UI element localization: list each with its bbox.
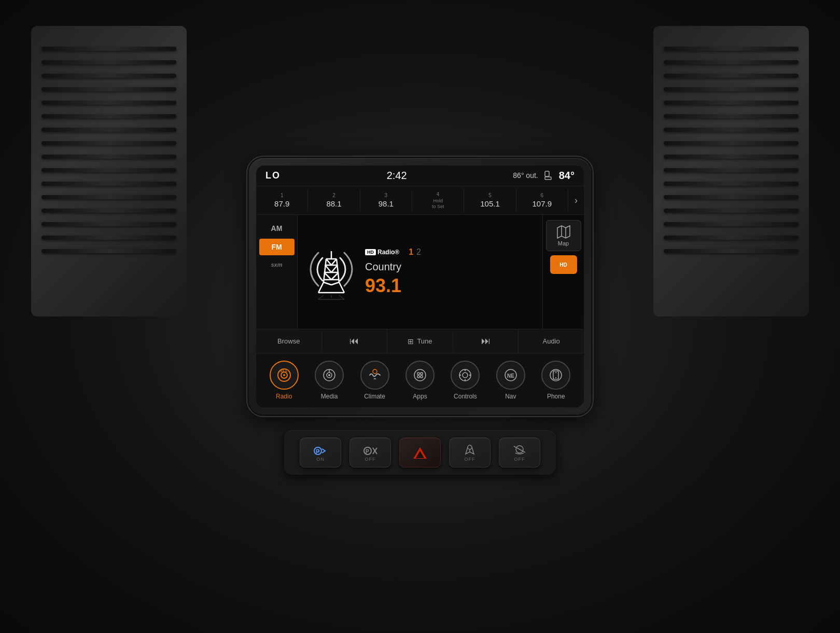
svg-line-12 [331, 265, 338, 272]
forward-button[interactable]: ⏭ [453, 329, 519, 353]
assist-off-button[interactable]: OFF [499, 437, 540, 467]
svg-line-5 [337, 259, 339, 282]
seat-icon [543, 170, 554, 181]
svg-rect-1 [545, 177, 551, 180]
browse-button[interactable]: Browse [256, 331, 322, 351]
svg-line-14 [331, 272, 339, 280]
tune-button[interactable]: ⊞ Tune [387, 331, 453, 352]
parking-on-icon: P [313, 444, 328, 455]
nav-media[interactable]: Media [315, 361, 344, 400]
parking-off-icon: P [362, 444, 378, 455]
phone-icon [548, 367, 564, 383]
assist-icon [511, 444, 528, 455]
outside-temp: 86° out. [513, 171, 538, 180]
nav-phone[interactable]: Phone [541, 361, 570, 400]
nav-climate-circle [360, 361, 389, 390]
svg-point-41 [459, 369, 471, 381]
radio-icon: 93.1 [276, 367, 292, 383]
left-vent [31, 26, 187, 316]
status-time: 2:42 [387, 170, 407, 182]
seatbelt-off-button[interactable]: OFF [449, 437, 491, 467]
preset-bar: 1 87.9 2 88.1 3 98.1 4 Holdto Set [256, 186, 584, 215]
nav-phone-circle [541, 361, 570, 390]
radio-display: HD Radio® 1 2 Country 93.1 [298, 215, 542, 329]
preset-3[interactable]: 3 98.1 [360, 189, 412, 211]
seatbelt-icon [463, 444, 477, 455]
sxm-button[interactable]: sxm [259, 257, 295, 272]
svg-line-9 [326, 259, 331, 265]
svg-rect-37 [417, 373, 419, 375]
preset-2[interactable]: 2 88.1 [308, 189, 360, 211]
center-console: LO 2:42 86° out. 84° 1 [249, 158, 591, 475]
map-button[interactable]: Map [546, 220, 581, 251]
nav-nav-label: Nav [505, 393, 516, 400]
nav-nav-circle: NE [496, 361, 525, 390]
nav-apps-circle [405, 361, 435, 390]
svg-line-16 [339, 282, 344, 293]
hd-badge: HD [365, 249, 376, 255]
svg-rect-0 [545, 171, 549, 176]
nav-apps-label: Apps [413, 393, 427, 400]
nav-radio-label: Radio [276, 393, 292, 400]
parking-on-button[interactable]: P ON [300, 437, 341, 467]
seatbelt-off-label: OFF [465, 457, 475, 462]
screen-bezel: LO 2:42 86° out. 84° 1 [249, 158, 591, 415]
svg-line-13 [324, 272, 331, 280]
hazard-button[interactable] [399, 437, 441, 467]
svg-text:P: P [366, 449, 369, 455]
genre-label: Country [365, 261, 532, 273]
parking-off-button[interactable]: P OFF [349, 437, 391, 467]
svg-text:93.1: 93.1 [280, 369, 287, 373]
rewind-button[interactable]: ⏮ [322, 329, 388, 353]
nav-controls[interactable]: Controls [451, 361, 480, 400]
nav-radio[interactable]: 93.1 Radio [270, 361, 299, 400]
nav-radio-circle: 93.1 [270, 361, 299, 390]
preset-1[interactable]: 1 87.9 [256, 189, 308, 211]
preset-4[interactable]: 4 Holdto Set [412, 188, 464, 213]
nav-phone-label: Phone [547, 393, 565, 400]
dashboard-background: LO 2:42 86° out. 84° 1 [0, 0, 840, 633]
hd-radio-label: HD Radio® 1 2 [365, 247, 532, 257]
station-info: HD Radio® 1 2 Country 93.1 [365, 247, 532, 297]
map-label: Map [558, 240, 569, 246]
nav-apps[interactable]: Apps [405, 361, 435, 400]
status-bar: LO 2:42 86° out. 84° [256, 166, 584, 186]
hd-text: Radio® [377, 249, 399, 256]
svg-point-36 [414, 369, 426, 381]
right-sidebar: Map HD [542, 215, 584, 329]
svg-rect-39 [417, 376, 419, 378]
svg-line-21 [339, 295, 344, 299]
svg-text:NE: NE [507, 373, 514, 379]
status-right: 86° out. 84° [513, 170, 575, 182]
nav-controls-label: Controls [454, 393, 477, 400]
hd-channel-2[interactable]: 2 [416, 247, 421, 257]
nav-media-circle [315, 361, 344, 390]
preset-6[interactable]: 6 107.9 [516, 189, 568, 211]
controls-bar: Browse ⏮ ⊞ Tune ⏭ Audio [256, 329, 584, 353]
station-frequency: 93.1 [365, 275, 532, 297]
hd-radio-button[interactable]: HD [550, 255, 577, 274]
svg-line-18 [331, 282, 339, 285]
parking-off-label: OFF [365, 457, 376, 462]
nav-bar: 93.1 Radio [256, 353, 584, 407]
svg-point-33 [328, 374, 330, 376]
hd-channel-1[interactable]: 1 [409, 247, 413, 257]
svg-line-15 [318, 282, 324, 293]
fm-button[interactable]: FM [259, 239, 295, 255]
map-icon [556, 225, 571, 239]
am-button[interactable]: AM [259, 220, 295, 237]
nav-navigation[interactable]: NE Nav [496, 361, 525, 400]
nav-icon: NE [503, 367, 519, 383]
nav-climate-label: Climate [364, 393, 385, 400]
preset-next-arrow[interactable]: › [568, 195, 584, 206]
svg-point-58 [468, 445, 472, 449]
assist-off-label: OFF [514, 457, 525, 462]
status-mode: LO [265, 170, 281, 181]
audio-button[interactable]: Audio [519, 331, 584, 351]
svg-line-11 [325, 265, 331, 272]
preset-5[interactable]: 5 105.1 [464, 189, 516, 211]
svg-rect-38 [421, 373, 423, 375]
nav-media-label: Media [321, 393, 338, 400]
svg-point-29 [283, 374, 285, 376]
nav-climate[interactable]: Climate [360, 361, 389, 400]
